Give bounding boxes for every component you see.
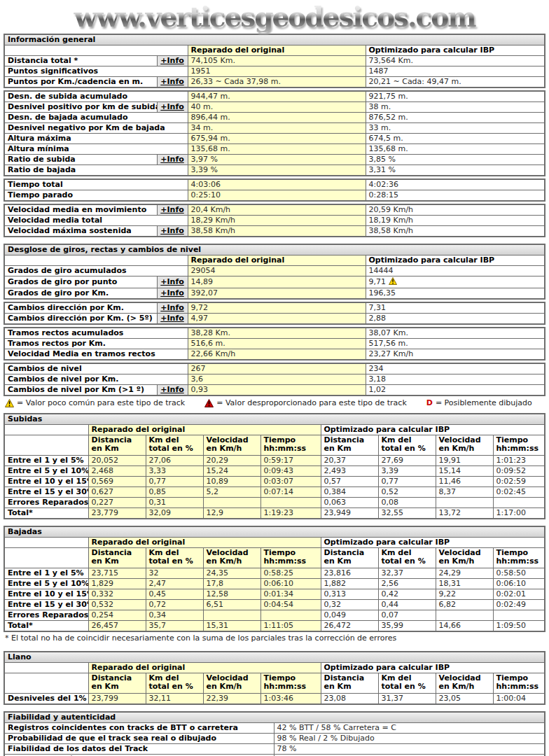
info-button[interactable]: +Info <box>160 303 183 312</box>
table-row: Errores Reparados0,2270,310,0630,08 <box>4 498 545 508</box>
value-optimizado: 2,56 <box>378 579 436 589</box>
value-optimizado: 0:06:10 <box>493 579 545 589</box>
value-optimizado <box>493 498 545 508</box>
value-optimizado: 73,564 Km. <box>366 56 545 66</box>
section-title: Información general <box>4 34 545 46</box>
value-optimizado: 0,57 <box>321 477 378 487</box>
value-optimizado: 1:09:50 <box>493 621 545 632</box>
value-optimizado: 921,75 m. <box>366 91 545 102</box>
row-label: Errores Reparados <box>4 498 88 508</box>
table-row: Tiempo parado0:25:100:28:15 <box>4 190 545 202</box>
value-optimizado: 23,27 Km/h <box>366 349 545 360</box>
value-reparado: 675,94 m. <box>188 134 366 144</box>
value-optimizado: 0,313 <box>321 589 378 600</box>
table-row: Cambios de nivel por Km (>1 º)+Info0,931… <box>4 385 545 396</box>
info-button[interactable]: +Info <box>160 314 183 323</box>
table-row: Velocidad Media en tramos rectos22,66 Km… <box>4 349 545 360</box>
value-optimizado: 1,882 <box>321 579 378 589</box>
info-button[interactable]: +Info <box>160 155 183 164</box>
info-cell: +Info <box>157 288 188 300</box>
col-header-reparado: Reparado del original <box>88 663 321 673</box>
value-optimizado: 0:02:49 <box>493 600 545 610</box>
table-row: Cambios de nivel por Km.3,63,18 <box>4 374 545 385</box>
row-label: Cambios de nivel por Km. <box>4 374 188 385</box>
row-label: Total* <box>4 508 88 519</box>
value-reparado: 516,6 m. <box>188 339 366 349</box>
value-reparado: 0,31 <box>146 498 203 508</box>
value-reparado: 12,58 <box>203 589 260 600</box>
row-label: Tramos rectos por Km. <box>4 339 188 349</box>
value-optimizado: 1487 <box>366 66 545 77</box>
info-cell: +Info <box>157 77 188 88</box>
row-label: Tiempo parado <box>4 190 188 202</box>
info-button[interactable]: +Info <box>160 288 183 298</box>
col-header-reparado: Reparado del original <box>188 255 366 266</box>
value-reparado: 2,47 <box>146 579 203 589</box>
empty-cell <box>4 673 88 694</box>
value-optimizado: 0,44 <box>378 600 436 610</box>
sub-header-cell: Velocidad en Km/h <box>203 673 260 694</box>
sub-header-cell: Km del total en % <box>146 548 203 568</box>
value-reparado: 0,72 <box>146 600 203 610</box>
sub-header-cell: Distancia en Km <box>88 673 146 694</box>
info-button[interactable]: +Info <box>160 277 183 286</box>
value-reparado: 0,93 <box>188 385 366 396</box>
value-optimizado: 23,816 <box>321 568 378 579</box>
info-button[interactable]: +Info <box>160 385 183 394</box>
stat-table: Desglose de giros, rectas y cambios de n… <box>4 244 545 300</box>
info-cell: +Info <box>157 385 188 396</box>
info-button[interactable]: +Info <box>160 102 183 111</box>
value-reparado: 1:11:05 <box>260 621 321 632</box>
value-optimizado: 0:58:50 <box>493 568 545 579</box>
table-row: Entre el 15 y el 30%0,6270,855,20:07:140… <box>4 487 545 498</box>
value-optimizado: 6,82 <box>436 600 493 610</box>
info-button[interactable]: +Info <box>160 226 183 235</box>
value-optimizado: 18,19 Km/h <box>366 216 545 226</box>
value-reparado: 0,532 <box>88 600 146 610</box>
table-row: Fiabilidad de los datos del Track78 % <box>4 744 545 755</box>
table-row: Entre el 10 y el 15%0,5690,7710,890:03:0… <box>4 477 545 487</box>
info-button[interactable]: +Info <box>160 56 183 65</box>
value-reparado: 3,6 <box>188 374 366 385</box>
row-label: Cambios dirección por Km. (> 5º) <box>4 314 157 325</box>
row-label: Cambios de nivel por Km (>1 º) <box>4 385 157 396</box>
row-label: Velocidad máxima sostenida <box>4 226 157 237</box>
row-label: Probabilidad de que el track sea real o … <box>4 734 274 744</box>
value-optimizado: 1:17:00 <box>493 508 545 519</box>
value-optimizado: 876,52 m. <box>366 113 545 123</box>
table-row: Entre el 10 y el 15%0,3320,4512,580:01:3… <box>4 589 545 600</box>
table-row: Desniveles del 1%23,79932,1122,391:03:46… <box>4 694 545 705</box>
row-label: Velocidad media en movimiento <box>4 204 157 216</box>
row-label: Entre el 15 y el 30% <box>4 600 88 610</box>
site-logo: www.verticesgeodesicos.com <box>4 1 545 32</box>
group-header-row: Reparado del originalOptimizado para cal… <box>4 538 545 548</box>
value-optimizado: 2,88 <box>366 314 545 325</box>
warning-yellow-icon <box>5 399 14 407</box>
value-optimizado: 0,42 <box>378 589 436 600</box>
value-reparado: 896,44 m. <box>188 113 366 123</box>
value-optimizado: 13,72 <box>436 508 493 519</box>
page: www.verticesgeodesicos.com Información g… <box>0 0 549 756</box>
value-optimizado: 0,063 <box>321 498 378 508</box>
value-optimizado: 14,66 <box>436 621 493 632</box>
value-reparado: 38,28 Km. <box>188 328 366 339</box>
column-header-row: Reparado del originalOptimizado para cal… <box>4 255 545 266</box>
row-label: Desniveles del 1% <box>4 694 88 705</box>
value-reparado: 14,89 <box>188 276 366 288</box>
stat-table: Tramos rectos acumulados38,28 Km.38,07 K… <box>4 327 545 360</box>
info-cell: +Info <box>157 302 188 314</box>
legend: = Valor poco común para este tipo de tra… <box>5 398 545 407</box>
value-optimizado: 15,14 <box>436 466 493 477</box>
info-button[interactable]: +Info <box>160 77 183 86</box>
value-reparado: 32,09 <box>146 508 203 519</box>
column-header-row: Reparado del originalOptimizado para cal… <box>4 46 545 56</box>
value-optimizado: 38,58 Km/h <box>366 226 545 237</box>
section-caption-row: Fiabilidad y autenticidad <box>4 712 545 723</box>
row-label: Tramos rectos acumulados <box>4 328 188 339</box>
value-reparado: 29054 <box>188 266 366 276</box>
value-reparado: 32,11 <box>146 694 203 705</box>
value-reparado: 22,66 Km/h <box>188 349 366 360</box>
info-button[interactable]: +Info <box>160 205 183 214</box>
sub-header-cell: Tiempo hh:mm:ss <box>493 548 545 568</box>
legend-d-letter: D <box>426 398 433 407</box>
